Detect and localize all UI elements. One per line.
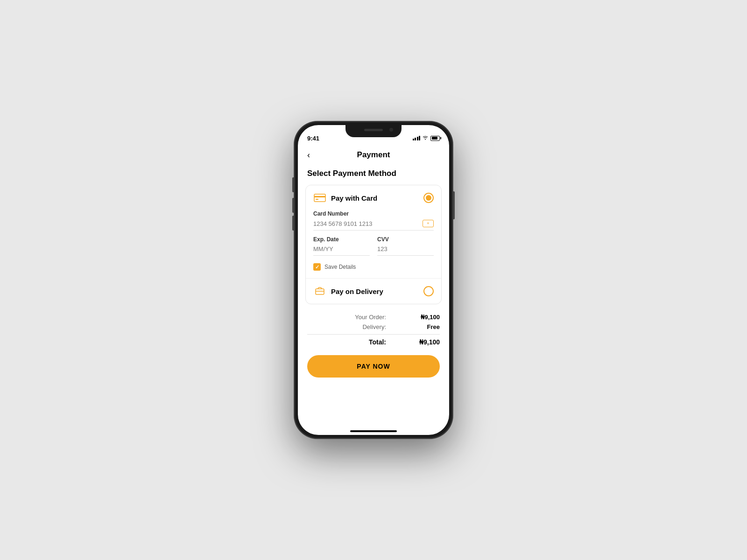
pay-with-card-option[interactable]: Pay with Card Card Number — [306, 185, 441, 279]
signal-icon — [413, 136, 421, 140]
exp-date-input[interactable] — [313, 245, 370, 252]
order-label: Your Order: — [355, 314, 386, 321]
save-details-label: Save Details — [324, 264, 356, 270]
card-number-group: Card Number — [313, 210, 434, 231]
pay-on-delivery-label: Pay on Delivery — [331, 287, 383, 295]
exp-date-label: Exp. Date — [313, 236, 370, 243]
phone-screen: 9:41 ‹ — [298, 125, 449, 435]
svg-rect-1 — [314, 196, 325, 197]
status-icons — [413, 135, 440, 141]
delivery-row: Delivery: Free — [307, 323, 440, 330]
notch-camera — [389, 128, 393, 132]
phone-notch — [345, 125, 402, 137]
pay-with-card-label: Pay with Card — [331, 194, 377, 202]
save-details-row: Save Details — [313, 263, 434, 271]
cvv-label: CVV — [377, 236, 434, 243]
total-value: ₦9,100 — [414, 338, 440, 346]
order-divider — [307, 334, 440, 335]
pay-with-card-radio[interactable] — [423, 193, 434, 203]
order-summary: Your Order: ₦9,100 Delivery: Free Total:… — [298, 304, 449, 348]
pay-with-card-header: Pay with Card — [313, 193, 434, 203]
pay-with-card-left: Pay with Card — [313, 193, 377, 203]
total-label: Total: — [369, 338, 386, 346]
exp-date-wrapper — [313, 245, 370, 256]
svg-rect-2 — [316, 199, 318, 200]
pay-on-delivery-header: Pay on Delivery — [313, 286, 434, 296]
home-indicator — [298, 426, 449, 435]
total-row: Total: ₦9,100 — [307, 338, 440, 346]
home-bar — [350, 430, 397, 432]
phone-device: 9:41 ‹ — [294, 121, 453, 439]
order-value: ₦9,100 — [414, 314, 440, 321]
pay-on-delivery-radio[interactable] — [423, 286, 434, 296]
card-number-label: Card Number — [313, 210, 434, 217]
pay-now-button[interactable]: PAY NOW — [307, 355, 440, 378]
status-time: 9:41 — [307, 135, 319, 142]
delivery-value: Free — [414, 323, 440, 330]
app-content: ‹ Payment Select Payment Method — [298, 146, 449, 426]
section-title: Select Payment Method — [298, 165, 449, 185]
card-form: Card Number Exp. Date — [313, 210, 434, 271]
order-row: Your Order: ₦9,100 — [307, 314, 440, 321]
credit-card-icon — [313, 193, 326, 203]
svg-rect-0 — [314, 194, 325, 202]
exp-date-group: Exp. Date — [313, 236, 370, 256]
payment-options-container: Pay with Card Card Number — [305, 185, 442, 304]
wifi-icon — [423, 135, 428, 141]
exp-cvv-row: Exp. Date CVV — [313, 236, 434, 261]
page-title: Payment — [357, 150, 390, 160]
app-header: ‹ Payment — [298, 146, 449, 165]
notch-speaker — [364, 129, 383, 131]
cvv-wrapper — [377, 245, 434, 256]
pay-on-delivery-option[interactable]: Pay on Delivery — [306, 279, 441, 304]
cvv-input[interactable] — [377, 245, 434, 252]
card-number-wrapper — [313, 220, 434, 231]
battery-icon — [430, 136, 440, 141]
card-number-input[interactable] — [313, 220, 423, 227]
card-scan-icon[interactable] — [423, 220, 434, 227]
svg-rect-3 — [316, 289, 324, 294]
back-button[interactable]: ‹ — [307, 150, 310, 160]
pay-now-wrapper: PAY NOW — [298, 348, 449, 379]
delivery-bag-icon — [313, 287, 326, 296]
save-details-checkbox[interactable] — [313, 263, 321, 271]
cvv-group: CVV — [377, 236, 434, 256]
delivery-label: Delivery: — [362, 323, 386, 330]
pay-on-delivery-left: Pay on Delivery — [313, 287, 383, 296]
